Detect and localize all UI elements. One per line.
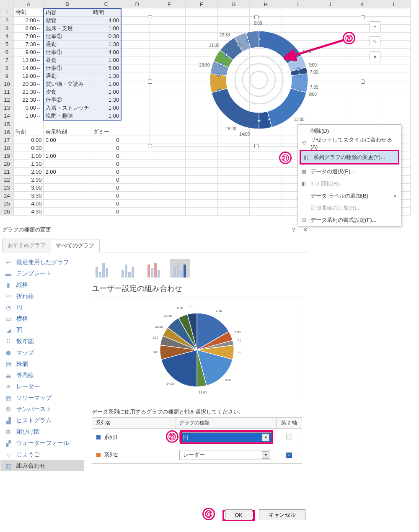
row-15[interactable]: 15: [0, 120, 14, 128]
cell[interactable]: [217, 168, 250, 176]
row-13[interactable]: 13: [0, 104, 14, 112]
cell[interactable]: 通勤: [44, 40, 91, 48]
cell[interactable]: [121, 192, 153, 200]
cell[interactable]: [44, 120, 91, 128]
cell[interactable]: 0:30: [13, 144, 44, 152]
cell[interactable]: [217, 200, 250, 208]
chart-filter-button[interactable]: ▼: [370, 51, 380, 62]
chart-type-4[interactable]: ◔円: [0, 302, 84, 313]
cell[interactable]: 表示時刻: [44, 128, 91, 136]
col-K[interactable]: K: [346, 0, 378, 8]
cell[interactable]: [121, 152, 153, 160]
series1-type-select[interactable]: 円▾: [179, 432, 273, 442]
cell[interactable]: [250, 208, 282, 216]
cell[interactable]: [44, 184, 91, 192]
row-21[interactable]: 21: [0, 168, 14, 176]
cell[interactable]: 1:00: [44, 152, 91, 160]
cell[interactable]: [153, 160, 186, 168]
combo-subtype-1[interactable]: [92, 259, 112, 278]
cell[interactable]: [121, 64, 153, 72]
cell[interactable]: 1:00: [91, 56, 121, 64]
chart-type-14[interactable]: ▟ヒストグラム: [0, 415, 84, 426]
row-6[interactable]: 6: [0, 48, 14, 56]
col-D[interactable]: D: [121, 0, 153, 8]
cell[interactable]: 時刻: [13, 128, 44, 136]
cell[interactable]: 21:30～: [13, 88, 44, 96]
combo-subtype-custom[interactable]: [170, 259, 190, 278]
cell[interactable]: 0: [91, 200, 121, 208]
col-E[interactable]: E: [153, 0, 186, 8]
cell[interactable]: 時間: [91, 8, 121, 17]
cell[interactable]: [378, 24, 411, 32]
cell[interactable]: [378, 16, 411, 24]
cell[interactable]: [217, 8, 250, 17]
ctx-select-data[interactable]: ▦データの選択(E)...: [298, 165, 401, 177]
cell[interactable]: [250, 160, 282, 168]
cell[interactable]: 22:30～: [13, 96, 44, 104]
cell[interactable]: 0:30: [91, 32, 121, 40]
cell[interactable]: 2:00: [44, 168, 91, 176]
cell[interactable]: 0: [91, 136, 121, 144]
col-G[interactable]: G: [217, 0, 250, 8]
cell[interactable]: [185, 192, 217, 200]
cell[interactable]: 0: [91, 208, 121, 216]
chart-type-16[interactable]: ▞ウォーターフォール: [0, 437, 84, 449]
cell[interactable]: 2:30: [13, 176, 44, 184]
cell[interactable]: [185, 160, 217, 168]
cell[interactable]: 4:00: [91, 16, 121, 24]
chart-type-3[interactable]: 〰折れ線: [0, 290, 84, 302]
cell[interactable]: [378, 104, 411, 112]
cell[interactable]: [185, 8, 217, 17]
row-25[interactable]: 25: [0, 200, 14, 208]
cell[interactable]: [217, 192, 250, 200]
row-14[interactable]: 14: [0, 112, 14, 120]
cell[interactable]: 5:00: [91, 64, 121, 72]
series2-axis2-checkbox[interactable]: ✓: [286, 452, 292, 458]
cell[interactable]: 20:30～: [13, 80, 44, 88]
cell[interactable]: 4:00: [13, 200, 44, 208]
cell[interactable]: 0: [91, 192, 121, 200]
col-C[interactable]: C: [91, 0, 121, 8]
ctx-format-series[interactable]: ▤データ系列の書式設定(F)...: [298, 214, 401, 226]
cell[interactable]: 1:00: [13, 152, 44, 160]
cell[interactable]: [121, 128, 153, 136]
row-2[interactable]: 2: [0, 16, 14, 24]
cell[interactable]: [121, 176, 153, 184]
cell[interactable]: [378, 40, 411, 48]
cell[interactable]: [44, 160, 91, 168]
cell[interactable]: 13:00～: [13, 56, 44, 64]
cell[interactable]: 0:00: [13, 136, 44, 144]
cell[interactable]: 夕食: [44, 88, 91, 96]
cell[interactable]: [185, 168, 217, 176]
cell[interactable]: [121, 48, 153, 56]
chart-type-6[interactable]: ◢面: [0, 324, 84, 336]
cell[interactable]: 7:00～: [13, 32, 44, 40]
cell[interactable]: 昼食: [44, 56, 91, 64]
cell[interactable]: [153, 184, 186, 192]
cell[interactable]: [378, 32, 411, 40]
cell[interactable]: 時刻: [13, 8, 44, 17]
cell[interactable]: [121, 112, 153, 120]
row-3[interactable]: 3: [0, 24, 14, 32]
cell[interactable]: 1:00: [91, 80, 121, 88]
cell[interactable]: [217, 152, 250, 160]
cell[interactable]: 就寝: [44, 16, 91, 24]
cell[interactable]: [217, 208, 250, 216]
chart-type-5[interactable]: ▭横棒: [0, 313, 84, 324]
col-B[interactable]: B: [44, 0, 91, 8]
cell[interactable]: [185, 152, 217, 160]
cell[interactable]: [153, 200, 186, 208]
cell[interactable]: 9:00～: [13, 48, 44, 56]
chart-type-13[interactable]: ❂サンバースト: [0, 403, 84, 415]
row-18[interactable]: 18: [0, 144, 14, 152]
cell[interactable]: 通勤: [44, 72, 91, 80]
cell[interactable]: [250, 168, 282, 176]
cell[interactable]: 1:00: [91, 88, 121, 96]
cell[interactable]: [153, 176, 186, 184]
cell[interactable]: [185, 184, 217, 192]
cell[interactable]: [121, 168, 153, 176]
combo-subtype-2[interactable]: [118, 259, 138, 278]
cell[interactable]: [378, 112, 411, 120]
help-icon[interactable]: ?: [292, 226, 295, 233]
chart-type-10[interactable]: ⛰等高線: [0, 370, 84, 381]
